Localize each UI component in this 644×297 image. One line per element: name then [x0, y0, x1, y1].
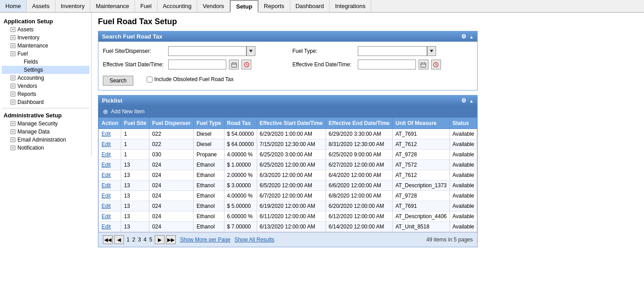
fuel-type-input[interactable]: [358, 46, 427, 56]
nav-item-assets[interactable]: Assets: [27, 0, 55, 12]
show-all-link[interactable]: Show All Results: [234, 237, 274, 243]
sidebar-label: Manage Data: [17, 129, 50, 135]
prev-page-btn[interactable]: ◀: [114, 235, 124, 244]
fuel-type-dropdown-btn[interactable]: [427, 46, 436, 56]
nav-item-inventory[interactable]: Inventory: [55, 0, 90, 12]
last-page-btn[interactable]: ▶▶: [166, 235, 176, 244]
table-row: Edit13024Ethanol$ 3.000006/5/2020 12:00:…: [99, 181, 477, 191]
cell-effectiveend: 6/29/2020 3:30:00 AM: [326, 129, 393, 139]
page-num-1[interactable]: 1: [125, 236, 131, 244]
cell-fueltype: Ethanol: [194, 201, 224, 211]
sidebar-item-vendors[interactable]: Vendors: [2, 82, 89, 90]
top-nav: HomeAssetsInventoryMaintenanceFuelAccoun…: [0, 0, 644, 13]
nav-item-setup[interactable]: Setup: [230, 0, 258, 13]
nav-item-integrations[interactable]: Integrations: [330, 0, 371, 12]
edit-link[interactable]: Edit: [102, 224, 111, 230]
next-page-btn[interactable]: ▶: [155, 235, 165, 244]
nav-item-accounting[interactable]: Accounting: [157, 0, 197, 12]
table-row: Edit13024Ethanol$ 5.000006/19/2020 12:00…: [99, 201, 477, 211]
cell-fueltype: Propane: [194, 150, 224, 160]
tree-icon: [10, 43, 16, 49]
picklist-gear-icon[interactable]: [461, 97, 466, 104]
page-num-4[interactable]: 4: [142, 236, 148, 244]
sidebar-label: Inventory: [17, 34, 39, 41]
table-row: Edit13024Ethanol4.00000 %6/7/2020 12:00:…: [99, 191, 477, 201]
sidebar-item-maintenance[interactable]: Maintenance: [2, 42, 89, 50]
edit-link[interactable]: Edit: [102, 213, 111, 220]
sidebar-item-notification[interactable]: Notification: [2, 144, 89, 152]
sidebar-item-accounting[interactable]: Accounting: [2, 74, 89, 82]
cell-fueldispenser: 024: [149, 181, 194, 191]
sidebar-label: Accounting: [17, 75, 44, 81]
edit-link[interactable]: Edit: [102, 193, 111, 199]
edit-link[interactable]: Edit: [102, 162, 111, 168]
sidebar-item-dashboard[interactable]: Dashboard: [2, 98, 89, 106]
edit-link[interactable]: Edit: [102, 141, 111, 147]
sidebar-item-inventory[interactable]: Inventory: [2, 34, 89, 42]
edit-link[interactable]: Edit: [102, 131, 111, 137]
sidebar: Application SetupAssetsInventoryMaintena…: [0, 13, 92, 297]
edit-link[interactable]: Edit: [102, 203, 111, 209]
nav-item-home[interactable]: Home: [0, 0, 27, 12]
include-obsoleted-checkbox[interactable]: [147, 77, 153, 82]
cell-effectivestart: 6/3/2020 12:00:00 AM: [257, 170, 326, 181]
sidebar-label: Manage Security: [17, 121, 58, 127]
cell-roadtax: 4.00000 %: [224, 191, 257, 201]
sidebar-item-email-administration[interactable]: Email Administration: [2, 136, 89, 144]
cell-fueltype: Ethanol: [194, 191, 224, 201]
edit-link[interactable]: Edit: [102, 172, 111, 178]
cell-status: Available: [449, 150, 477, 160]
cell-effectiveend: 6/14/2020 12:00:00 AM: [326, 222, 393, 232]
page-num-5[interactable]: 5: [148, 236, 154, 244]
gear-icon[interactable]: [461, 33, 466, 40]
sidebar-label: Reports: [17, 91, 36, 97]
nav-item-reports[interactable]: Reports: [258, 0, 290, 12]
tree-icon: [10, 75, 16, 81]
cell-status: Available: [449, 160, 477, 170]
picklist-collapse-icon[interactable]: [469, 97, 474, 104]
calendar-icon-start[interactable]: [229, 60, 239, 69]
edit-link[interactable]: Edit: [102, 151, 111, 158]
page-num-2[interactable]: 2: [131, 236, 137, 244]
collapse-icon[interactable]: [469, 33, 474, 40]
cell-fuelsite: 1: [121, 139, 149, 150]
show-more-link[interactable]: Show More per Page: [180, 237, 230, 243]
effective-start-input[interactable]: [168, 60, 226, 69]
add-new-bar[interactable]: Add New Item: [98, 106, 477, 117]
cell-unitofmeasure: AT_9728: [393, 191, 450, 201]
page-num-3[interactable]: 3: [136, 236, 142, 244]
fuel-site-dropdown-btn[interactable]: [246, 46, 255, 56]
cell-fuelsite: 13: [121, 222, 149, 232]
sidebar-item-fields[interactable]: Fields: [2, 58, 89, 66]
sidebar-item-fuel[interactable]: Fuel: [2, 50, 89, 58]
cell-effectivestart: 6/25/2020 3:00:00 AM: [257, 150, 326, 160]
nav-item-maintenance[interactable]: Maintenance: [90, 0, 135, 12]
sidebar-item-manage-security[interactable]: Manage Security: [2, 120, 89, 128]
fuel-type-input-group: [358, 46, 436, 56]
effective-end-input[interactable]: [358, 60, 416, 69]
cell-unitofmeasure: AT_7572: [393, 160, 450, 170]
clock-icon-start[interactable]: [242, 60, 251, 69]
sidebar-item-assets[interactable]: Assets: [2, 26, 89, 34]
search-panel-header: Search Fuel Road Tax: [98, 31, 477, 42]
cell-unitofmeasure: AT_Unit_8518: [393, 222, 450, 232]
cell-status: Available: [449, 191, 477, 201]
first-page-btn[interactable]: ◀◀: [103, 235, 113, 244]
nav-item-fuel[interactable]: Fuel: [135, 0, 157, 12]
cell-effectivestart: 6/7/2020 12:00:00 AM: [257, 191, 326, 201]
fuel-type-row: Fuel Type:: [292, 46, 473, 56]
edit-link[interactable]: Edit: [102, 182, 111, 189]
sidebar-item-manage-data[interactable]: Manage Data: [2, 128, 89, 136]
calendar-icon-end[interactable]: [419, 60, 428, 69]
cell-unitofmeasure: AT_7612: [393, 170, 450, 181]
search-button[interactable]: Search: [103, 76, 133, 86]
table-row: Edit1030Propane4.00000 %6/25/2020 3:00:0…: [99, 150, 477, 160]
fuel-site-input[interactable]: [168, 46, 246, 56]
sidebar-item-reports[interactable]: Reports: [2, 90, 89, 98]
nav-item-dashboard[interactable]: Dashboard: [290, 0, 330, 12]
sidebar-item-settings[interactable]: Settings: [2, 66, 89, 74]
nav-item-vendors[interactable]: Vendors: [197, 0, 230, 12]
cell-effectivestart: 6/13/2020 12:00:00 AM: [257, 222, 326, 232]
clock-icon-end[interactable]: [431, 60, 441, 69]
col-header-road-tax: Road Tax: [224, 118, 257, 129]
